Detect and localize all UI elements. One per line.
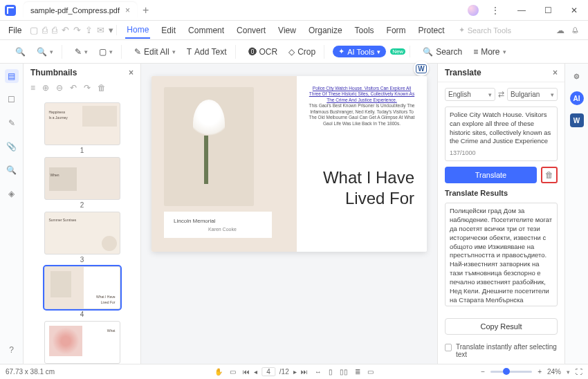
zoom-out-icon[interactable]: 🔍 xyxy=(11,45,30,59)
mail-icon[interactable]: ✉ xyxy=(97,25,104,35)
tab-edit[interactable]: Edit xyxy=(160,23,177,38)
last-page-icon[interactable]: ⏭ xyxy=(301,368,308,376)
thumb-rotate-right-icon[interactable]: ↷ xyxy=(84,83,91,93)
zoom-slider[interactable] xyxy=(490,371,532,373)
save-icon[interactable]: ⎙ xyxy=(42,25,48,35)
thumb-zoomout-icon[interactable]: ⊖ xyxy=(56,83,63,93)
tab-comment[interactable]: Comment xyxy=(187,23,226,38)
page-navigator: ⏮ ◂ 4 /12 ▸ ⏭ xyxy=(243,367,307,376)
source-text-box[interactable]: Police City Watch House. Visitors can ex… xyxy=(445,107,558,161)
thumb-delete-icon[interactable]: 🗑 xyxy=(98,83,106,93)
thumbnail-page-2[interactable]: When 2 xyxy=(44,157,120,209)
translate-button[interactable]: Translate xyxy=(445,167,537,183)
thumbnails-panel: Thumbnails × ≡ ⊕ ⊖ ↶ ↷ 🗑 HappinessIs a J… xyxy=(24,64,141,364)
page-number-input[interactable]: 4 xyxy=(261,367,275,376)
close-translate-icon[interactable]: × xyxy=(553,68,558,77)
crop-button[interactable]: ◇ Crop xyxy=(284,45,320,59)
tab-convert[interactable]: Convert xyxy=(235,23,267,38)
close-thumbnails-icon[interactable]: × xyxy=(129,68,134,77)
attachments-rail-icon[interactable]: 📎 xyxy=(5,140,19,154)
tab-protect[interactable]: Protect xyxy=(417,23,446,38)
zoom-value: 24% xyxy=(547,368,561,376)
statusbar: 67.73 x 38.1 cm ✋ ▭ ⏮ ◂ 4 /12 ▸ ⏭ ↔ ▯ ▯▯… xyxy=(0,364,588,379)
first-page-icon[interactable]: ⏮ xyxy=(243,368,250,376)
sparkle-icon: ✦ xyxy=(459,26,465,35)
tab-tools[interactable]: Tools xyxy=(353,23,376,38)
document-tab[interactable]: sample-pdf_Compress.pdf × xyxy=(24,2,137,19)
close-window-icon[interactable]: ✕ xyxy=(564,1,584,20)
redo-icon[interactable]: ↷ xyxy=(73,25,81,35)
titlebar: sample-pdf_Compress.pdf × + ⋮ — ☐ ✕ xyxy=(0,0,588,21)
close-tab-icon[interactable]: × xyxy=(125,6,130,15)
cloud-icon[interactable]: ☁ xyxy=(556,26,564,35)
account-orb-icon[interactable] xyxy=(468,5,479,16)
word-export-icon[interactable]: W xyxy=(414,61,429,76)
next-page-icon[interactable]: ▸ xyxy=(293,368,297,376)
thumbnail-page-5[interactable]: What xyxy=(44,321,120,364)
edit-all-button[interactable]: ✎ Edit All▾ xyxy=(130,45,180,59)
thumb-rotate-left-icon[interactable]: ↶ xyxy=(70,83,77,93)
hand-tool-icon[interactable]: ✋ xyxy=(214,368,223,376)
results-label: Translate Results xyxy=(445,189,558,197)
help-rail-icon[interactable]: ? xyxy=(5,343,19,357)
select-tool-icon[interactable]: ▭ xyxy=(230,368,236,376)
tab-form[interactable]: Form xyxy=(385,23,407,38)
zoom-out-status-icon[interactable]: − xyxy=(481,368,485,376)
workspace: ▤ ☐ ✎ 📎 🔍 ◈ ? Thumbnails × ≡ ⊕ ⊖ ↶ ↷ 🗑 H… xyxy=(0,64,588,364)
new-tab-button[interactable]: + xyxy=(143,4,149,17)
search-button[interactable]: 🔍 Search xyxy=(419,45,466,59)
prev-page-icon[interactable]: ◂ xyxy=(254,368,257,376)
zoom-in-status-icon[interactable]: + xyxy=(538,368,542,376)
lang-from-select[interactable]: English▾ xyxy=(445,88,495,101)
thumbnail-page-3[interactable]: Summer Sunrises 3 xyxy=(44,212,120,264)
comments-rail-icon[interactable]: ✎ xyxy=(5,116,19,130)
continuous-icon[interactable]: ≣ xyxy=(355,368,360,376)
thumbnails-rail-icon[interactable]: ▤ xyxy=(5,69,19,83)
ai-rail-icon[interactable]: AI xyxy=(570,91,584,105)
swap-languages-icon[interactable]: ⇄ xyxy=(498,90,504,99)
single-page-icon[interactable]: ▯ xyxy=(329,368,333,376)
file-menu[interactable]: File xyxy=(4,26,26,35)
maximize-icon[interactable]: ☐ xyxy=(538,1,558,20)
add-text-button[interactable]: T Add Text xyxy=(183,45,231,59)
instant-translate-checkbox[interactable] xyxy=(445,344,452,351)
tab-organize[interactable]: Organize xyxy=(307,23,344,38)
bell-icon[interactable]: 🕭 xyxy=(571,26,580,35)
search-tools[interactable]: ✦ Search Tools xyxy=(459,26,511,35)
open-icon[interactable]: ▢ xyxy=(30,25,38,35)
share-icon[interactable]: ⇪ xyxy=(85,25,93,35)
two-page-icon[interactable]: ▯▯ xyxy=(340,368,348,376)
more-button[interactable]: ≡ More▾ xyxy=(469,45,510,59)
read-mode-icon[interactable]: ▭ xyxy=(367,368,374,376)
results-box[interactable]: Полицейски град Дом за наблюдение. Посет… xyxy=(445,203,558,306)
thumb-zoomin-icon[interactable]: ⊕ xyxy=(42,83,49,93)
undo-icon[interactable]: ↶ xyxy=(62,25,69,35)
word-rail-icon[interactable]: W xyxy=(570,113,584,127)
ocr-button[interactable]: 🅞 OCR xyxy=(244,45,282,59)
thumbnail-page-1[interactable]: HappinessIs a Journey 1 xyxy=(44,102,120,154)
ai-tools-button[interactable]: ✦ AI Tools▾ xyxy=(333,46,386,57)
flower-image xyxy=(164,87,254,206)
tab-home[interactable]: Home xyxy=(125,22,150,39)
kebab-icon[interactable]: ⋮ xyxy=(486,1,505,20)
copy-result-button[interactable]: Copy Result xyxy=(445,318,558,335)
zoom-in-icon[interactable]: 🔍▾ xyxy=(33,45,57,59)
caption-box: Lincoln Memorial Karen Cooke xyxy=(164,212,272,238)
layers-rail-icon[interactable]: ◈ xyxy=(5,187,19,201)
thumbnail-page-4[interactable]: What I HaveLived For 4 xyxy=(44,266,120,318)
lang-to-select[interactable]: Bulgarian▾ xyxy=(507,88,558,101)
bookmarks-rail-icon[interactable]: ☐ xyxy=(5,93,19,107)
highlighter-icon[interactable]: ✎▾ xyxy=(71,45,92,59)
shape-icon[interactable]: ▢▾ xyxy=(95,45,117,59)
page-view[interactable]: Lincoln Memorial Karen Cooke Police City… xyxy=(151,76,427,252)
print-icon[interactable]: ⎙ xyxy=(52,25,57,35)
thumb-list-icon[interactable]: ≡ xyxy=(30,83,35,93)
settings-rail-icon[interactable]: ⚙ xyxy=(570,69,584,83)
search-rail-icon[interactable]: 🔍 xyxy=(5,163,19,177)
fullscreen-icon[interactable]: ⛶ xyxy=(576,368,582,376)
minimize-icon[interactable]: — xyxy=(512,1,531,20)
tab-view[interactable]: View xyxy=(277,23,297,38)
clear-button[interactable]: 🗑 xyxy=(541,167,558,183)
canvas[interactable]: W Lincoln Memorial Karen Cooke Police Ci… xyxy=(141,64,437,364)
fit-width-icon[interactable]: ↔ xyxy=(315,368,322,376)
